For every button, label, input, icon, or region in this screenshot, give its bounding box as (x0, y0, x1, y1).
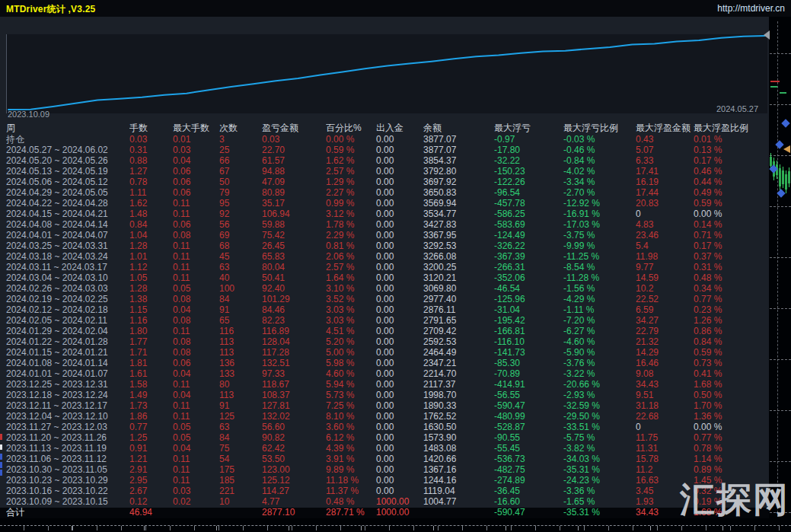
cell: 0.14 % (694, 220, 770, 231)
cell: -2.70 % (563, 188, 636, 199)
cell: 0.06 (173, 188, 219, 199)
cell: 0.23 % (694, 305, 770, 316)
cell: -4.60 % (563, 337, 636, 348)
cell: 5.98 % (326, 358, 376, 369)
cell: 0.08 (173, 316, 219, 327)
cell: -482.75 (494, 465, 563, 476)
cell: 35.17 (262, 199, 326, 209)
cell: 132.02 (262, 412, 326, 422)
cell: 91 (219, 305, 262, 316)
cell: -266.31 (494, 263, 563, 273)
price-level-mark (780, 92, 786, 94)
cell: 2023.11.13 ~ 2023.11.19 (6, 444, 129, 454)
cell: 117.28 (262, 348, 326, 358)
cell: 1.12 (129, 263, 173, 273)
cell: 84.46 (262, 305, 326, 316)
cell: 92.40 (262, 284, 326, 295)
cell: 0.00 (376, 252, 423, 263)
cell: 0.00 (376, 241, 423, 252)
cell: -85.30 (494, 358, 563, 369)
cell: -4.02 % (563, 167, 636, 177)
cell: -12.92 % (563, 199, 636, 209)
website-link[interactable]: http://mtdriver.cn (717, 3, 785, 14)
cell: 2024.05.27 ~ 2024.06.02 (6, 145, 129, 156)
cell: 2709.42 (423, 327, 494, 337)
cell: 133 (219, 369, 262, 380)
edge-mark-blue (0, 462, 2, 468)
cell: 90.82 (262, 433, 326, 444)
cell: 113 (219, 337, 262, 348)
cell: 2023.11.06 ~ 2023.11.12 (6, 454, 129, 465)
cell: 2.57 % (326, 167, 376, 177)
background-grid-hline (770, 410, 791, 411)
cell: -70.89 (494, 369, 563, 380)
cell: 92 (219, 209, 262, 220)
column-header: 次数 (219, 122, 262, 134)
cell: 0.08 (173, 295, 219, 305)
background-grid-hline (770, 308, 791, 309)
column-header: 出入金 (376, 122, 423, 134)
table-row: 持仓0.030.0130.030.00 %0.003877.07-0.97-0.… (0, 135, 769, 145)
cell: 3877.07 (423, 145, 494, 156)
background-candlestick-chart (769, 0, 791, 532)
cell: 10 (219, 497, 262, 508)
cell: -8.54 % (563, 263, 636, 273)
cell: 3427.83 (423, 220, 494, 231)
cell: 14.29 (636, 348, 694, 358)
cell: 62.42 (262, 444, 326, 454)
cell: -32.59 % (563, 401, 636, 412)
cell: 1.38 (129, 295, 173, 305)
cell: 4.39 % (326, 444, 376, 454)
cell: 136 (219, 358, 262, 369)
cell: 2023.11.20 ~ 2023.11.26 (6, 433, 129, 444)
cell: 56.60 (262, 422, 326, 433)
cell: 2024.04.22 ~ 2024.04.28 (6, 199, 129, 209)
cell: 0.00 (376, 188, 423, 199)
cell: 0.41 % (694, 369, 770, 380)
column-header: 百分比% (326, 122, 376, 134)
column-header: 盈亏金额 (262, 122, 326, 134)
cell: 2024.03.25 ~ 2024.03.31 (6, 241, 129, 252)
cell: 59.88 (262, 220, 326, 231)
cell: 1119.04 (423, 486, 494, 497)
cell: -166.81 (494, 327, 563, 337)
cell: 185 (219, 476, 262, 486)
cell: 0.00 % (694, 422, 770, 433)
candlestick (788, 171, 790, 183)
cell: 1.68 % (694, 380, 770, 390)
cell: 0.03 (173, 486, 219, 497)
cell: -16.91 % (563, 209, 636, 220)
chart-end-date: 2024.05.27 (716, 104, 758, 113)
cell: 0.08 (173, 337, 219, 348)
cell: 2024.05.13 ~ 2024.05.19 (6, 167, 129, 177)
cell: 6.12 % (326, 433, 376, 444)
table-row: 2023.12.18 ~ 2023.12.241.490.04113108.37… (0, 390, 769, 401)
cell: -29.50 % (563, 412, 636, 422)
cell: -141.73 (494, 348, 563, 358)
cell: 3.03 % (326, 316, 376, 327)
cell: 2024.04.29 ~ 2024.05.05 (6, 188, 129, 199)
cell: 3200.25 (423, 263, 494, 273)
cell: 1.62 (129, 199, 173, 209)
cell: 0.11 (173, 273, 219, 284)
cell: 79 (219, 188, 262, 199)
cell: 0.08 (173, 231, 219, 241)
cell: 0.48 % (326, 497, 376, 508)
cell: 2023.10.16 ~ 2023.10.22 (6, 486, 129, 497)
cell: 1.78 % (326, 220, 376, 231)
cell: 0.00 (376, 348, 423, 358)
cell: -1.65 % (563, 497, 636, 508)
cell: 2023.11.27 ~ 2023.12.03 (6, 422, 129, 433)
cell: 6.59 (636, 305, 694, 316)
table-row: 2023.10.16 ~ 2023.10.222.670.03221114.27… (0, 486, 769, 497)
cell: 1.86 (129, 412, 173, 422)
column-header: 手数 (129, 122, 173, 134)
cell: 4.60 % (326, 369, 376, 380)
cell: 116 (219, 327, 262, 337)
cell: 0.78 (129, 177, 173, 188)
cell: 31.18 (636, 401, 694, 412)
cell: -5.75 % (563, 433, 636, 444)
cell: 2023.10.09 ~ 2023.10.15 (6, 497, 129, 508)
time-axis-ticks (0, 526, 791, 530)
cell: 0.11 (173, 380, 219, 390)
